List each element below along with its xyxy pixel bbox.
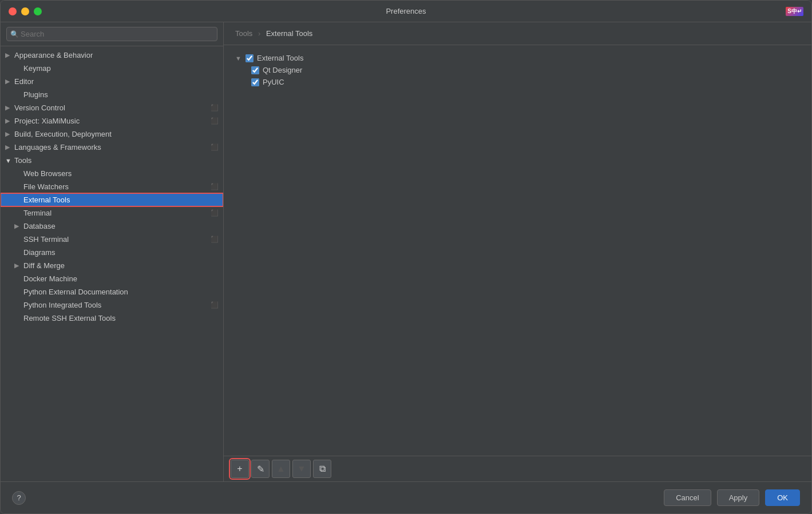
sidebar-item-docker-machine[interactable]: Docker Machine bbox=[1, 272, 223, 285]
sidebar-item-label: Keymap bbox=[23, 64, 51, 73]
sidebar-item-label: Terminal bbox=[23, 209, 52, 217]
sidebar-item-label: Editor bbox=[14, 77, 34, 86]
move-down-button[interactable]: ▼ bbox=[292, 460, 311, 478]
minimize-button[interactable] bbox=[21, 7, 29, 15]
sidebar-item-label: Web Browsers bbox=[23, 169, 72, 178]
sidebar-item-label: External Tools bbox=[23, 196, 70, 204]
sidebar-item-remote-ssh[interactable]: Remote SSH External Tools bbox=[1, 312, 223, 325]
sidebar-item-project[interactable]: ▶ Project: XiaMiMusic ⬛ bbox=[1, 114, 223, 127]
cancel-button[interactable]: Cancel bbox=[664, 489, 711, 506]
arrow-icon: ▶ bbox=[14, 222, 21, 230]
move-up-button[interactable]: ▲ bbox=[272, 460, 290, 478]
help-button[interactable]: ? bbox=[12, 491, 26, 505]
bottom-bar: ? Cancel Apply OK bbox=[1, 481, 811, 513]
sidebar-item-plugins[interactable]: Plugins bbox=[1, 88, 223, 101]
preferences-window: Preferences S中↵ 🔍 ▶ Appearance & Behavio… bbox=[0, 0, 812, 514]
titlebar: Preferences S中↵ bbox=[1, 1, 811, 22]
tree-arrow-icon: ▼ bbox=[235, 55, 243, 62]
qt-designer-checkbox[interactable] bbox=[251, 66, 259, 74]
sidebar-item-label: File Watchers bbox=[23, 182, 69, 191]
panel-tree-root[interactable]: ▼ External Tools bbox=[235, 52, 800, 64]
sidebar-item-label: Tools bbox=[14, 156, 31, 165]
sidebar-item-label: Python Integrated Tools bbox=[23, 301, 101, 309]
arrow-icon: ▶ bbox=[5, 117, 12, 125]
sidebar-item-keymap[interactable]: Keymap bbox=[1, 62, 223, 75]
sidebar-item-diagrams[interactable]: Diagrams bbox=[1, 246, 223, 259]
panel-root-label: External Tools bbox=[257, 54, 303, 62]
sidebar-item-label: Version Control bbox=[14, 103, 65, 112]
titlebar-extra-icons: S中↵ bbox=[786, 7, 803, 16]
panel-child-label: PyUIC bbox=[263, 78, 284, 86]
maximize-button[interactable] bbox=[34, 7, 42, 15]
sidebar-item-python-int-tools[interactable]: Python Integrated Tools ⬛ bbox=[1, 298, 223, 312]
copy-icon: ⬛ bbox=[211, 144, 219, 151]
sidebar-item-diff-merge[interactable]: ▶ Diff & Merge bbox=[1, 259, 223, 272]
sidebar-item-languages[interactable]: ▶ Languages & Frameworks ⬛ bbox=[1, 141, 223, 154]
sidebar-item-label: Database bbox=[23, 222, 56, 230]
sidebar-item-label: Diagrams bbox=[23, 248, 56, 257]
sidebar-item-label: Plugins bbox=[23, 90, 48, 99]
copy-icon: ⬛ bbox=[211, 104, 219, 111]
arrow-icon: ▶ bbox=[5, 104, 12, 111]
search-wrapper: 🔍 bbox=[6, 27, 217, 41]
copy-icon: ⬛ bbox=[211, 117, 219, 125]
panel-tree-child-pyuic[interactable]: PyUIC bbox=[235, 76, 800, 88]
arrow-icon: ▶ bbox=[14, 262, 21, 269]
breadcrumb-current: External Tools bbox=[266, 29, 312, 38]
arrow-icon: ▶ bbox=[5, 130, 12, 138]
sidebar-tree: ▶ Appearance & Behavior Keymap ▶ Editor … bbox=[1, 46, 223, 481]
sidebar-item-label: Diff & Merge bbox=[23, 261, 65, 270]
sougou-icon: S中↵ bbox=[786, 7, 803, 16]
copy-icon: ⬛ bbox=[211, 209, 219, 217]
close-button[interactable] bbox=[9, 7, 17, 15]
sidebar: 🔍 ▶ Appearance & Behavior Keymap ▶ bbox=[1, 22, 224, 481]
breadcrumb-separator: › bbox=[258, 29, 260, 38]
sidebar-item-label: Build, Execution, Deployment bbox=[14, 130, 112, 138]
sidebar-item-label: Project: XiaMiMusic bbox=[14, 117, 80, 125]
sidebar-item-label: SSH Terminal bbox=[23, 235, 69, 244]
copy-icon: ⬛ bbox=[211, 301, 219, 309]
external-tools-checkbox[interactable] bbox=[245, 54, 253, 62]
sidebar-item-web-browsers[interactable]: Web Browsers bbox=[1, 167, 223, 180]
arrow-icon: ▶ bbox=[5, 144, 12, 151]
sidebar-item-build[interactable]: ▶ Build, Execution, Deployment bbox=[1, 127, 223, 141]
arrow-icon: ▶ bbox=[5, 51, 12, 59]
sidebar-item-appearance[interactable]: ▶ Appearance & Behavior bbox=[1, 49, 223, 62]
main-panel: Tools › External Tools ▼ External Tools … bbox=[224, 22, 811, 481]
search-container: 🔍 bbox=[1, 22, 223, 46]
panel-child-label: Qt Designer bbox=[263, 66, 302, 74]
sidebar-item-tools[interactable]: ▼ Tools bbox=[1, 154, 223, 167]
search-input[interactable] bbox=[6, 27, 217, 41]
sidebar-item-label: Appearance & Behavior bbox=[14, 51, 93, 59]
main-layout: 🔍 ▶ Appearance & Behavior Keymap ▶ bbox=[1, 22, 811, 481]
apply-button[interactable]: Apply bbox=[717, 489, 760, 506]
sidebar-item-label: Docker Machine bbox=[23, 274, 77, 283]
sidebar-item-file-watchers[interactable]: File Watchers ⬛ bbox=[1, 180, 223, 193]
copy-icon: ⬛ bbox=[211, 236, 219, 243]
breadcrumb-parent: Tools bbox=[235, 29, 252, 38]
titlebar-buttons bbox=[9, 7, 42, 15]
sidebar-item-database[interactable]: ▶ Database bbox=[1, 220, 223, 233]
sidebar-item-ssh-terminal[interactable]: SSH Terminal ⬛ bbox=[1, 233, 223, 246]
sidebar-item-terminal[interactable]: Terminal ⬛ bbox=[1, 206, 223, 220]
sidebar-item-external-tools[interactable]: External Tools bbox=[1, 193, 223, 206]
copy-button[interactable]: ⧉ bbox=[313, 460, 331, 478]
sidebar-item-label: Python External Documentation bbox=[23, 288, 128, 296]
sidebar-item-label: Languages & Frameworks bbox=[14, 143, 101, 152]
panel-toolbar: + ✎ ▲ ▼ ⧉ bbox=[224, 456, 811, 481]
sidebar-item-version-control[interactable]: ▶ Version Control ⬛ bbox=[1, 101, 223, 114]
window-title: Preferences bbox=[386, 7, 426, 15]
sidebar-item-label: Remote SSH External Tools bbox=[23, 314, 116, 322]
copy-icon: ⬛ bbox=[211, 183, 219, 190]
breadcrumb: Tools › External Tools bbox=[224, 22, 811, 45]
search-icon: 🔍 bbox=[10, 30, 19, 38]
add-button[interactable]: + bbox=[231, 460, 249, 478]
panel-content: ▼ External Tools Qt Designer PyUIC bbox=[224, 45, 811, 456]
edit-button[interactable]: ✎ bbox=[251, 460, 270, 478]
sidebar-item-python-ext-docs[interactable]: Python External Documentation bbox=[1, 285, 223, 298]
panel-tree-child-qt[interactable]: Qt Designer bbox=[235, 64, 800, 76]
pyuic-checkbox[interactable] bbox=[251, 78, 259, 86]
ok-button[interactable]: OK bbox=[765, 489, 800, 506]
sidebar-item-editor[interactable]: ▶ Editor bbox=[1, 75, 223, 88]
arrow-icon: ▶ bbox=[5, 78, 12, 85]
